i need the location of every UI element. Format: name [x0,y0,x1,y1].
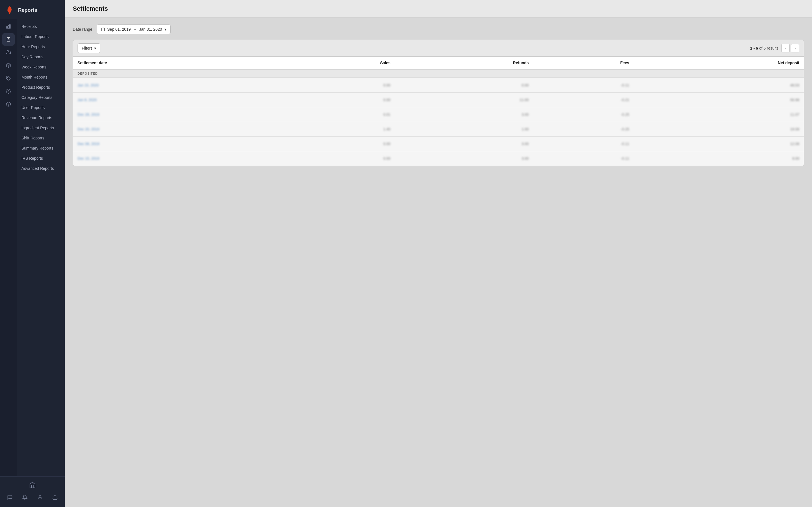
date-range-row: Date range Sep 01, 2019 → Jan 31, 2020 ▾ [73,24,804,34]
svg-rect-2 [10,24,10,29]
nav-list: Receipts Labour Reports Hour Reports Day… [17,19,65,476]
col-sales: Sales [287,57,395,69]
cell-date-4[interactable]: Dec 08, 2019 [73,136,287,151]
sidebar-item-revenue[interactable]: Revenue Reports [17,113,65,123]
cell-fees-2: -0.25 [533,107,633,122]
cell-sales-5: 0.00 [287,151,395,166]
pagination-info: 1 - 6 of 6 results ‹ › [750,44,799,52]
date-arrow: → [133,27,137,32]
cell-date-0[interactable]: Jan 15, 2020 [73,78,287,93]
page-header: Settlements [65,0,812,18]
cell-sales-0: 0.00 [287,78,395,93]
page-title: Settlements [73,5,108,12]
sidebar-item-shift[interactable]: Shift Reports [17,133,65,143]
svg-rect-0 [6,26,7,29]
cell-net-3: 19.08 [634,122,804,136]
cell-refunds-4: 3.00 [395,136,534,151]
page-body: Date range Sep 01, 2019 → Jan 31, 2020 ▾… [65,18,812,507]
bottom-icon-row [0,491,65,504]
bell-icon-button[interactable] [20,492,30,503]
settlements-table: Settlement date Sales Refunds Fees Net d… [73,57,804,166]
pagination-total-text: of 6 results [759,46,778,50]
cell-sales-2: 0.01 [287,107,395,122]
cell-net-5: 9.00 [634,151,804,166]
cell-net-0: 48.03 [634,78,804,93]
svg-marker-5 [6,63,11,66]
pagination-buttons: ‹ › [781,44,799,52]
sidebar-bottom [0,476,65,507]
cell-fees-4: -0.11 [533,136,633,151]
sidebar-item-irs[interactable]: IRS Reports [17,153,65,163]
cell-refunds-0: 0.00 [395,78,534,93]
chat-icon-button[interactable] [5,492,15,503]
cell-date-5[interactable]: Dec 15, 2019 [73,151,287,166]
nav-icon-help[interactable] [2,98,15,110]
filters-button[interactable]: Filters ▾ [78,43,100,53]
main-content: Settlements Date range Sep 01, 2019 → Ja… [65,0,812,507]
table-header-row: Settlement date Sales Refunds Fees Net d… [73,57,804,69]
sidebar-item-category[interactable]: Category Reports [17,93,65,103]
table-row[interactable]: Jan 8, 2020 0.00 11.00 -0.21 56.98 [73,93,804,107]
sidebar-item-advanced[interactable]: Advanced Reports [17,163,65,173]
store-button[interactable] [0,480,65,491]
cell-date-2[interactable]: Dec 28, 2019 [73,107,287,122]
cell-refunds-2: 3.00 [395,107,534,122]
cell-net-1: 56.98 [634,93,804,107]
sidebar-item-summary[interactable]: Summary Reports [17,143,65,153]
date-range-label: Date range [73,27,92,32]
cell-refunds-1: 11.00 [395,93,534,107]
icon-nav-column [0,19,17,476]
table-row[interactable]: Jan 15, 2020 0.00 0.00 -0.11 48.03 [73,78,804,93]
table-row[interactable]: Dec 08, 2019 0.00 3.00 -0.11 12.08 [73,136,804,151]
nav-icon-clipboard[interactable] [2,33,15,46]
pagination-next-button[interactable]: › [791,44,799,52]
nav-icon-gear[interactable] [2,85,15,98]
cell-fees-0: -0.11 [533,78,633,93]
sidebar-item-week[interactable]: Week Reports [17,62,65,72]
cell-sales-4: 0.00 [287,136,395,151]
nav-icon-chart[interactable] [2,20,15,33]
sidebar-item-receipts[interactable]: Receipts [17,21,65,32]
table-container: Filters ▾ 1 - 6 of 6 results ‹ › [73,40,804,166]
pagination-range: 1 - 6 [750,46,758,50]
section-label-row: DEPOSITED [73,69,804,78]
sidebar-item-hour[interactable]: Hour Reports [17,42,65,52]
svg-rect-12 [101,28,105,31]
table-row[interactable]: Dec 28, 2019 0.01 3.00 -0.25 11.07 [73,107,804,122]
nav-icon-tag[interactable] [2,72,15,84]
cell-date-3[interactable]: Dec 20, 2019 [73,122,287,136]
table-row[interactable]: Dec 15, 2019 0.00 3.00 -0.11 9.00 [73,151,804,166]
sidebar-item-product[interactable]: Product Reports [17,82,65,93]
sidebar-item-month[interactable]: Month Reports [17,72,65,82]
date-end: Jan 31, 2020 [139,27,162,32]
cell-fees-5: -0.11 [533,151,633,166]
svg-rect-1 [8,25,9,29]
svg-point-4 [7,50,9,52]
export-icon-button[interactable] [50,492,60,503]
table-row[interactable]: Dec 20, 2019 1.40 1.00 -0.25 19.08 [73,122,804,136]
section-label: DEPOSITED [73,69,804,78]
sidebar-item-day[interactable]: Day Reports [17,52,65,62]
sidebar-item-user[interactable]: User Reports [17,103,65,113]
svg-point-6 [7,77,8,77]
app-logo [4,5,15,15]
date-range-button[interactable]: Sep 01, 2019 → Jan 31, 2020 ▾ [97,24,170,34]
sidebar: Reports [0,0,65,507]
table-toolbar: Filters ▾ 1 - 6 of 6 results ‹ › [73,40,804,57]
cell-fees-3: -0.25 [533,122,633,136]
filters-label: Filters [82,46,93,50]
sidebar-title: Reports [18,7,37,13]
cell-sales-1: 0.00 [287,93,395,107]
pagination-prev-button[interactable]: ‹ [781,44,790,52]
pagination-text: 1 - 6 of 6 results [750,46,778,50]
cell-date-1[interactable]: Jan 8, 2020 [73,93,287,107]
cell-sales-3: 1.40 [287,122,395,136]
cell-refunds-3: 1.00 [395,122,534,136]
filters-chevron-icon: ▾ [94,46,96,50]
person-icon-button[interactable] [35,492,45,503]
sidebar-item-labour[interactable]: Labour Reports [17,32,65,42]
col-fees: Fees [533,57,633,69]
nav-icon-layers[interactable] [2,59,15,71]
sidebar-item-ingredient[interactable]: Ingredient Reports [17,123,65,133]
nav-icon-users[interactable] [2,46,15,59]
